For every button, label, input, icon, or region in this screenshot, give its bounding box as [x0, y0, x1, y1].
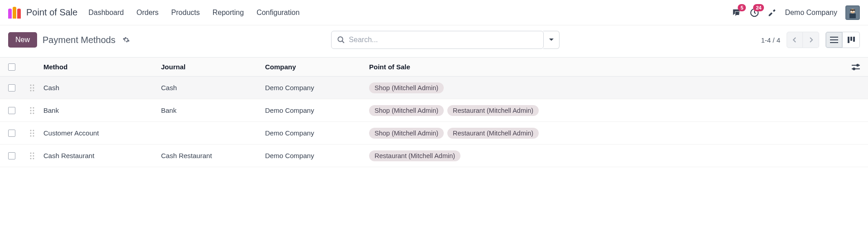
top-nav: Point of Sale Dashboard Orders Products …: [0, 0, 868, 25]
svg-rect-13: [850, 37, 852, 41]
caret-down-icon: [549, 38, 554, 42]
svg-point-36: [33, 135, 34, 136]
activities-badge: 24: [753, 4, 764, 11]
page-title: Payment Methods: [43, 35, 115, 45]
pager-buttons: [787, 32, 819, 48]
cell-journal: Bank: [161, 106, 265, 114]
svg-point-30: [33, 112, 34, 114]
row-checkbox[interactable]: [8, 130, 15, 137]
cell-pos: Shop (Mitchell Admin): [369, 82, 842, 93]
pos-tag[interactable]: Shop (Mitchell Admin): [369, 82, 444, 93]
header-journal[interactable]: Journal: [161, 63, 265, 71]
columns-options-button[interactable]: [842, 64, 860, 70]
nav-orders[interactable]: Orders: [137, 9, 159, 17]
wrench-icon: [768, 8, 777, 17]
svg-point-33: [30, 132, 32, 134]
chevron-right-icon: [809, 37, 813, 43]
chevron-left-icon: [792, 37, 797, 43]
svg-point-27: [30, 110, 32, 111]
pager-text[interactable]: 1-4 / 4: [761, 36, 780, 44]
svg-point-29: [30, 112, 32, 114]
search-icon: [337, 36, 345, 44]
drag-handle-icon[interactable]: [30, 152, 43, 159]
activities-button[interactable]: 24: [749, 8, 759, 18]
tools-button[interactable]: [768, 8, 777, 17]
table-row[interactable]: Cash RestaurantCash RestaurantDemo Compa…: [0, 145, 868, 167]
svg-point-32: [33, 130, 34, 131]
cell-company: Demo Company: [265, 84, 369, 92]
drag-handle-icon[interactable]: [30, 107, 43, 114]
svg-point-20: [33, 84, 34, 86]
svg-rect-14: [853, 37, 855, 42]
list-icon: [830, 37, 838, 43]
svg-rect-12: [848, 37, 849, 43]
pager-next-button[interactable]: [803, 32, 819, 48]
messages-button[interactable]: 5: [731, 8, 741, 18]
svg-rect-3: [849, 13, 856, 18]
svg-point-37: [30, 152, 32, 154]
cell-method: Cash: [43, 84, 161, 92]
table-row[interactable]: CashCashDemo CompanyShop (Mitchell Admin…: [0, 77, 868, 99]
pos-tag[interactable]: Shop (Mitchell Admin): [369, 128, 444, 139]
svg-point-28: [33, 110, 34, 111]
svg-point-42: [33, 158, 34, 159]
pos-tag[interactable]: Restaurant (Mitchell Admin): [447, 128, 539, 139]
header-pos[interactable]: Point of Sale: [369, 63, 842, 71]
svg-point-19: [30, 84, 32, 86]
nav-reporting[interactable]: Reporting: [213, 9, 244, 17]
nav-products[interactable]: Products: [171, 9, 200, 17]
pos-tag[interactable]: Restaurant (Mitchell Admin): [369, 150, 460, 161]
app-logo-icon[interactable]: [8, 7, 22, 19]
drag-handle-icon[interactable]: [30, 130, 43, 137]
sliders-icon: [852, 64, 860, 70]
row-checkbox[interactable]: [8, 84, 15, 92]
list-header: Method Journal Company Point of Sale: [0, 58, 868, 77]
cell-journal: Cash Restaurant: [161, 152, 265, 159]
cell-pos: Shop (Mitchell Admin)Restaurant (Mitchel…: [369, 128, 842, 139]
nav-items: Dashboard Orders Products Reporting Conf…: [88, 9, 299, 17]
svg-point-16: [857, 64, 859, 66]
cell-pos: Shop (Mitchell Admin)Restaurant (Mitchel…: [369, 105, 842, 116]
pos-tag[interactable]: Shop (Mitchell Admin): [369, 105, 444, 116]
svg-point-31: [30, 130, 32, 131]
pager-prev-button[interactable]: [787, 32, 803, 48]
svg-point-40: [33, 155, 34, 156]
avatar-icon: [846, 6, 859, 19]
table-row[interactable]: BankBankDemo CompanyShop (Mitchell Admin…: [0, 99, 868, 122]
cell-company: Demo Company: [265, 129, 369, 137]
cell-method: Customer Account: [43, 129, 161, 137]
cell-company: Demo Company: [265, 152, 369, 159]
control-panel: New Payment Methods 1-4 / 4: [0, 25, 868, 57]
view-list-button[interactable]: [825, 32, 843, 48]
select-all-checkbox[interactable]: [8, 63, 15, 71]
header-company[interactable]: Company: [265, 63, 369, 71]
header-method[interactable]: Method: [43, 63, 161, 71]
svg-point-23: [30, 90, 32, 91]
drag-handle-icon[interactable]: [30, 84, 43, 92]
action-gear-icon[interactable]: [123, 36, 130, 43]
table-row[interactable]: Customer AccountDemo CompanyShop (Mitche…: [0, 122, 868, 145]
svg-rect-6: [853, 10, 855, 12]
row-checkbox[interactable]: [8, 152, 15, 159]
row-checkbox[interactable]: [8, 107, 15, 114]
svg-point-24: [33, 90, 34, 91]
svg-point-21: [30, 87, 32, 88]
company-switcher[interactable]: Demo Company: [785, 9, 837, 17]
view-kanban-button[interactable]: [843, 32, 860, 48]
kanban-icon: [848, 37, 855, 43]
search-dropdown-toggle[interactable]: [543, 31, 560, 49]
svg-point-7: [338, 37, 343, 42]
cell-journal: Cash: [161, 84, 265, 92]
topnav-right: 5 24 Demo Company: [731, 5, 860, 20]
cell-method: Cash Restaurant: [43, 152, 161, 159]
app-title: Point of Sale: [26, 7, 77, 18]
search-input[interactable]: [349, 36, 538, 44]
pos-tag[interactable]: Restaurant (Mitchell Admin): [447, 105, 539, 116]
nav-dashboard[interactable]: Dashboard: [88, 9, 123, 17]
search-box[interactable]: [331, 31, 544, 49]
svg-point-41: [30, 158, 32, 159]
user-avatar[interactable]: [845, 5, 860, 20]
svg-line-8: [342, 41, 345, 43]
new-button[interactable]: New: [8, 32, 37, 48]
nav-configuration[interactable]: Configuration: [256, 9, 299, 17]
